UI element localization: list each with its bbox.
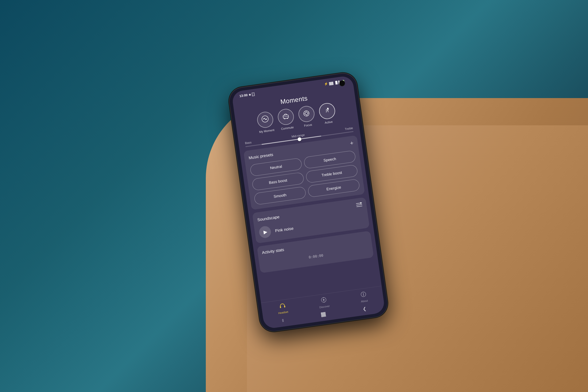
svg-rect-15 — [280, 306, 281, 308]
snowflake-icon: ❄ — [249, 93, 251, 96]
my-moment-icon-circle — [256, 111, 274, 129]
nav-discover[interactable]: Discover — [318, 296, 330, 309]
screen-content[interactable]: Moments My Moment — [233, 84, 382, 303]
soundscape-title: Soundscape — [257, 214, 280, 222]
focus-label: Focus — [304, 123, 312, 127]
play-button[interactable]: ▶ — [258, 225, 272, 239]
moment-commute[interactable]: Commute — [277, 108, 296, 131]
eq-bass-label: Bass — [245, 141, 252, 145]
active-label: Active — [324, 120, 333, 124]
svg-point-23 — [363, 293, 364, 293]
about-nav-label: About — [361, 299, 368, 303]
headset-nav-label: Headset — [278, 310, 288, 315]
notification-icon: □ — [252, 92, 255, 96]
moment-active[interactable]: Active — [318, 102, 337, 125]
focus-icon-circle — [297, 105, 316, 123]
time-display: 13:00 — [239, 93, 248, 98]
presets-grid: Neutral Speech Bass boost Treble boost S… — [250, 150, 360, 205]
svg-line-12 — [356, 204, 362, 205]
svg-point-14 — [360, 202, 362, 204]
back-button[interactable]: ❮ — [362, 306, 367, 312]
commute-icon — [281, 112, 290, 122]
nav-headset[interactable]: Headset — [277, 302, 288, 315]
svg-point-2 — [284, 118, 285, 119]
eq-treble-label: Treble — [345, 126, 353, 130]
svg-line-13 — [357, 206, 362, 207]
wifi-icon: ▓▓ — [329, 81, 334, 85]
eq-thumb[interactable] — [297, 137, 302, 141]
svg-point-10 — [327, 107, 329, 109]
soundscape-list-icon[interactable] — [356, 202, 363, 209]
svg-point-5 — [305, 112, 308, 115]
my-moment-label: My Moment — [259, 128, 275, 133]
activity-time: 0:00:00 — [308, 253, 323, 259]
play-icon: ▶ — [263, 229, 268, 235]
moment-focus[interactable]: Focus — [297, 105, 316, 128]
svg-point-3 — [287, 118, 288, 119]
active-icon-circle — [318, 102, 336, 120]
headset-nav-icon — [279, 302, 286, 311]
about-nav-icon — [360, 291, 367, 299]
activity-title: Activity stats — [262, 247, 284, 255]
moment-my-moment[interactable]: My Moment — [256, 111, 275, 134]
active-icon — [323, 106, 331, 116]
recents-button[interactable]: ⦀ — [282, 318, 284, 323]
status-bar-left: 13:00 ❄ □ — [239, 92, 255, 98]
presets-title: Music presets — [248, 152, 273, 160]
home-button[interactable]: ⬜ — [320, 312, 326, 317]
focus-icon — [302, 109, 311, 119]
add-preset-button[interactable]: + — [350, 140, 354, 146]
soundscape-track-name: Pink noise — [275, 226, 294, 233]
discover-nav-icon — [320, 296, 327, 305]
my-moment-icon — [261, 115, 269, 125]
svg-rect-16 — [284, 305, 285, 307]
discover-nav-label: Discover — [319, 304, 330, 309]
eq-midrange-label: Mid-range — [291, 133, 305, 138]
nav-about[interactable]: About — [359, 291, 368, 303]
commute-icon-circle — [277, 108, 295, 126]
commute-label: Commute — [281, 125, 294, 130]
svg-point-18 — [323, 299, 324, 301]
svg-line-22 — [363, 294, 363, 296]
bluetooth-icon: ⚡ — [324, 82, 328, 86]
